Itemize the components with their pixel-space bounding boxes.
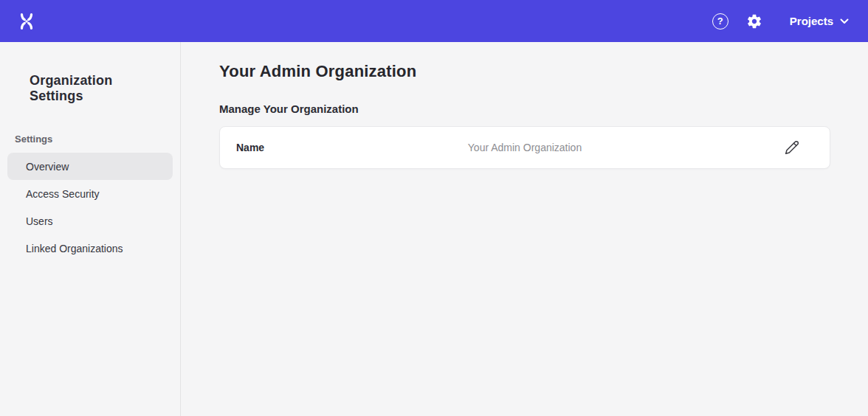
sidebar-item-access-security[interactable]: Access Security: [7, 180, 173, 207]
chevron-down-icon: [840, 18, 849, 24]
name-field-value: Your Admin Organization: [468, 142, 582, 153]
organization-name-card: Name Your Admin Organization: [219, 126, 830, 169]
main-content: Your Admin Organization Manage Your Orga…: [182, 42, 868, 416]
sidebar-item-label: Users: [26, 215, 53, 227]
sidebar-item-linked-organizations[interactable]: Linked Organizations: [7, 235, 173, 262]
brand-x-logo-glyph: [17, 12, 36, 31]
section-title: Manage Your Organization: [219, 103, 868, 115]
sidebar-item-overview[interactable]: Overview: [7, 153, 173, 180]
sidebar-item-label: Access Security: [26, 188, 100, 200]
name-field-label: Name: [236, 142, 264, 153]
sidebar-title: Organization Settings: [0, 42, 180, 104]
projects-label: Projects: [790, 15, 833, 27]
help-button[interactable]: ?: [709, 10, 732, 33]
projects-dropdown[interactable]: Projects: [790, 15, 849, 27]
sidebar: Organization Settings Settings Overview …: [0, 42, 181, 416]
sidebar-item-users[interactable]: Users: [7, 207, 173, 235]
settings-button[interactable]: [743, 10, 766, 33]
topbar-actions: ? Projects: [709, 10, 849, 33]
help-circle-icon: ?: [712, 13, 728, 30]
page-title: Your Admin Organization: [219, 62, 868, 81]
edit-name-button[interactable]: [782, 138, 802, 157]
brand-x-logo-icon[interactable]: [15, 10, 38, 33]
gear-icon: [746, 13, 762, 30]
sidebar-nav: Overview Access Security Users Linked Or…: [0, 153, 180, 262]
sidebar-section-label: Settings: [15, 134, 180, 145]
sidebar-item-label: Overview: [26, 161, 69, 173]
sidebar-item-label: Linked Organizations: [26, 243, 123, 254]
pencil-icon: [785, 140, 799, 155]
topbar: ? Projects: [0, 0, 868, 42]
